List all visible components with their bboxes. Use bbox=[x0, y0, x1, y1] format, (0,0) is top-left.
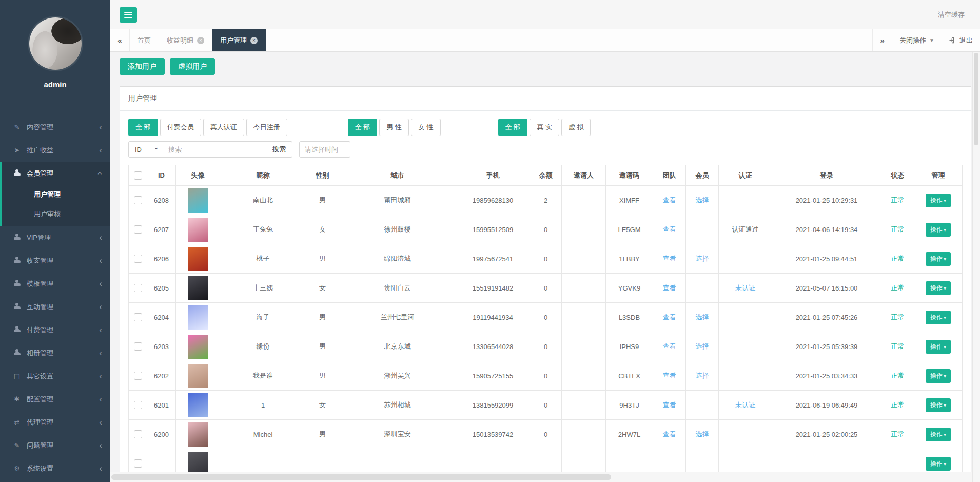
row-checkbox[interactable] bbox=[134, 342, 142, 351]
sidebar-item-content[interactable]: ✎内容管理‹ bbox=[2, 115, 110, 139]
member-select-link[interactable]: 选择 bbox=[696, 342, 709, 350]
row-checkbox[interactable] bbox=[134, 401, 142, 409]
filter-button[interactable]: 全 部 bbox=[498, 119, 528, 136]
sidebar-item-vip[interactable]: VIP管理‹ bbox=[2, 226, 110, 249]
member-select-link[interactable]: 选择 bbox=[696, 196, 709, 204]
user-avatar-image[interactable] bbox=[188, 218, 208, 242]
logout-button[interactable]: 退出 bbox=[942, 29, 980, 51]
horizontal-scrollbar[interactable] bbox=[110, 472, 972, 482]
row-action-dropdown-button[interactable]: 操作▾ bbox=[926, 457, 951, 471]
close-tab-icon[interactable]: × bbox=[197, 37, 204, 44]
tab-home[interactable]: 首页 bbox=[130, 29, 159, 51]
vertical-scrollbar[interactable] bbox=[972, 52, 980, 482]
row-action-dropdown-button[interactable]: 操作▾ bbox=[926, 194, 951, 207]
search-field-select[interactable]: ID bbox=[128, 141, 163, 158]
team-view-link[interactable]: 查看 bbox=[663, 372, 676, 379]
tabs-scroll-right-button[interactable]: » bbox=[872, 29, 892, 51]
tab-income-detail[interactable]: 收益明细× bbox=[159, 29, 212, 51]
team-view-link[interactable]: 查看 bbox=[663, 225, 676, 233]
row-checkbox[interactable] bbox=[134, 284, 142, 292]
filter-button[interactable]: 全 部 bbox=[348, 119, 378, 136]
row-checkbox[interactable] bbox=[134, 372, 142, 380]
row-select-cell bbox=[129, 391, 147, 420]
filter-button[interactable]: 付费会员 bbox=[160, 119, 201, 136]
search-button[interactable]: 搜索 bbox=[266, 141, 292, 158]
team-view-link[interactable]: 查看 bbox=[663, 196, 676, 204]
filter-button[interactable]: 真 实 bbox=[530, 119, 559, 136]
row-checkbox[interactable] bbox=[134, 459, 142, 468]
sidebar-item-other-settings[interactable]: ▤其它设置‹ bbox=[2, 364, 110, 388]
tabs-scroll-left-button[interactable]: « bbox=[110, 29, 130, 51]
user-avatar-image[interactable] bbox=[188, 188, 208, 213]
row-checkbox[interactable] bbox=[134, 196, 142, 204]
sidebar-subitem[interactable]: 用户审核 bbox=[2, 204, 110, 224]
sidebar-item-config[interactable]: ✱配置管理‹ bbox=[2, 388, 110, 411]
cell-verify bbox=[719, 361, 772, 391]
action-buttons: 添加用户 虚拟用户 bbox=[120, 58, 971, 75]
close-tab-icon[interactable]: × bbox=[250, 37, 258, 44]
content-area: 添加用户 虚拟用户 用户管理 全 部付费会员真人认证今日注册 全 部男 性女 性… bbox=[110, 52, 980, 482]
user-avatar-image[interactable] bbox=[188, 393, 208, 417]
verify-link[interactable]: 未认证 bbox=[735, 284, 755, 292]
verify-link[interactable]: 未认证 bbox=[735, 401, 755, 409]
clear-cache-link[interactable]: 清空缓存 bbox=[938, 10, 965, 20]
row-action-dropdown-button[interactable]: 操作▾ bbox=[926, 252, 951, 266]
cell-team: 查看 bbox=[653, 244, 686, 274]
row-action-dropdown-button[interactable]: 操作▾ bbox=[926, 311, 951, 324]
row-action-dropdown-button[interactable]: 操作▾ bbox=[926, 223, 951, 237]
close-operations-dropdown[interactable]: 关闭操作 ▼ bbox=[892, 29, 942, 51]
filter-button[interactable]: 男 性 bbox=[379, 119, 409, 136]
sidebar-item-promotion-income[interactable]: ➤推广收益‹ bbox=[2, 139, 110, 162]
filter-button[interactable]: 女 性 bbox=[411, 119, 441, 136]
team-view-link[interactable]: 查看 bbox=[663, 401, 676, 409]
sidebar-item-system-settings[interactable]: ⚙系统设置‹ bbox=[2, 457, 110, 480]
user-avatar-image[interactable] bbox=[188, 335, 208, 359]
team-view-link[interactable]: 查看 bbox=[663, 284, 676, 292]
row-checkbox[interactable] bbox=[134, 430, 142, 438]
avatar[interactable] bbox=[29, 17, 82, 70]
member-select-link[interactable]: 选择 bbox=[696, 372, 709, 379]
filter-button[interactable]: 真人认证 bbox=[203, 119, 244, 136]
row-action-dropdown-button[interactable]: 操作▾ bbox=[926, 369, 951, 383]
search-input[interactable] bbox=[163, 141, 266, 158]
user-avatar-image[interactable] bbox=[188, 247, 208, 271]
row-checkbox[interactable] bbox=[134, 313, 142, 321]
sidebar-item-income-expense[interactable]: 收支管理‹ bbox=[2, 249, 110, 272]
team-view-link[interactable]: 查看 bbox=[663, 313, 676, 321]
user-avatar-image[interactable] bbox=[188, 422, 208, 447]
select-all-checkbox[interactable] bbox=[134, 171, 142, 180]
sidebar-subitem[interactable]: 用户管理 bbox=[2, 185, 110, 204]
sidebar-item-payment[interactable]: 付费管理‹ bbox=[2, 318, 110, 341]
user-avatar-image[interactable] bbox=[188, 276, 208, 300]
sidebar-item-member[interactable]: 会员管理‹ bbox=[2, 162, 110, 185]
member-select-link[interactable]: 选择 bbox=[696, 255, 709, 262]
team-view-link[interactable]: 查看 bbox=[663, 430, 676, 438]
row-checkbox[interactable] bbox=[134, 255, 142, 263]
filter-button[interactable]: 今日注册 bbox=[246, 119, 287, 136]
row-action-dropdown-button[interactable]: 操作▾ bbox=[926, 398, 951, 412]
add-user-button[interactable]: 添加用户 bbox=[120, 58, 165, 75]
virtual-user-button[interactable]: 虚拟用户 bbox=[170, 58, 215, 75]
date-picker-input[interactable] bbox=[299, 141, 350, 158]
sidebar-item-interaction[interactable]: 互动管理‹ bbox=[2, 295, 110, 318]
sidebar-item-template[interactable]: 模板管理‹ bbox=[2, 272, 110, 295]
filter-button[interactable]: 虚 拟 bbox=[561, 119, 591, 136]
member-select-link[interactable]: 选择 bbox=[696, 430, 709, 438]
row-checkbox[interactable] bbox=[134, 225, 142, 234]
cell-id: 6206 bbox=[147, 244, 176, 274]
cell-balance: 2 bbox=[530, 186, 562, 215]
user-avatar-image[interactable] bbox=[188, 364, 208, 388]
row-action-dropdown-button[interactable]: 操作▾ bbox=[926, 340, 951, 354]
member-select-link[interactable]: 选择 bbox=[696, 313, 709, 321]
sidebar-item-question[interactable]: ✎问题管理‹ bbox=[2, 434, 110, 457]
team-view-link[interactable]: 查看 bbox=[663, 342, 676, 350]
menu-toggle-button[interactable] bbox=[120, 7, 137, 23]
filter-button[interactable]: 全 部 bbox=[128, 119, 158, 136]
user-avatar-image[interactable] bbox=[188, 305, 208, 330]
row-action-dropdown-button[interactable]: 操作▾ bbox=[926, 281, 951, 295]
sidebar-item-agent[interactable]: ⇄代理管理‹ bbox=[2, 411, 110, 434]
team-view-link[interactable]: 查看 bbox=[663, 255, 676, 262]
sidebar-item-album[interactable]: 相册管理‹ bbox=[2, 341, 110, 364]
tab-user-management[interactable]: 用户管理× bbox=[212, 29, 266, 51]
row-action-dropdown-button[interactable]: 操作▾ bbox=[926, 428, 951, 441]
